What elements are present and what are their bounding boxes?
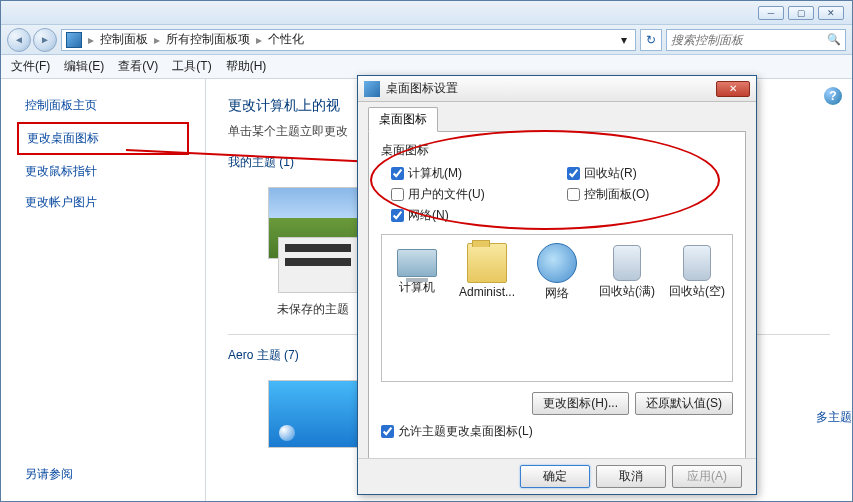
sidebar-change-mouse-pointers[interactable]: 更改鼠标指针 (25, 163, 181, 180)
check-recycle-input[interactable] (567, 167, 580, 180)
breadcrumb[interactable]: ▸ 控制面板 ▸ 所有控制面板项 ▸ 个性化 ▾ (61, 29, 636, 51)
theme-unsaved-label: 未保存的主题 (268, 301, 358, 318)
search-box[interactable]: 🔍 (666, 29, 846, 51)
group-label: 桌面图标 (381, 142, 733, 159)
theme-thumb-window (278, 237, 358, 293)
change-icon-button[interactable]: 更改图标(H)... (532, 392, 629, 415)
icon-preview-well: 计算机 Administ... 网络 回收站(满) 回收站(空) (381, 234, 733, 382)
dialog-close-button[interactable]: ✕ (716, 81, 750, 97)
apply-button[interactable]: 应用(A) (672, 465, 742, 488)
help-icon[interactable]: ? (824, 87, 842, 105)
check-userfiles-input[interactable] (391, 188, 404, 201)
check-user-files[interactable]: 用户的文件(U) (391, 186, 557, 203)
crumb-leaf[interactable]: 个性化 (268, 31, 304, 48)
ok-button[interactable]: 确定 (520, 465, 590, 488)
check-recycle-bin[interactable]: 回收站(R) (567, 165, 733, 182)
sidebar: 控制面板主页 更改桌面图标 更改鼠标指针 更改帐户图片 另请参阅 (1, 79, 206, 501)
check-network[interactable]: 网络(N) (391, 207, 557, 224)
minimize-button[interactable]: ─ (758, 6, 784, 20)
check-allow-theme[interactable]: 允许主题更改桌面图标(L) (381, 423, 733, 440)
nav-forward-button[interactable]: ► (33, 28, 57, 52)
dialog-footer: 确定 取消 应用(A) (358, 458, 756, 494)
check-control-panel[interactable]: 控制面板(O) (567, 186, 733, 203)
icon-recycle-full[interactable]: 回收站(满) (596, 243, 658, 302)
menu-tools[interactable]: 工具(T) (172, 58, 211, 75)
search-input[interactable] (671, 33, 823, 47)
cancel-button[interactable]: 取消 (596, 465, 666, 488)
tab-panel: 桌面图标 计算机(M) 回收站(R) 用户的文件(U) 控制面板(O) 网络(N… (368, 132, 746, 470)
menu-help[interactable]: 帮助(H) (226, 58, 267, 75)
tab-desktop-icons[interactable]: 桌面图标 (368, 107, 438, 132)
menu-view[interactable]: 查看(V) (118, 58, 158, 75)
nav-back-button[interactable]: ◄ (7, 28, 31, 52)
theme-unsaved[interactable]: 未保存的主题 (268, 187, 358, 318)
menu-file[interactable]: 文件(F) (11, 58, 50, 75)
sidebar-see-also[interactable]: 另请参阅 (25, 466, 181, 483)
sidebar-change-desktop-icons[interactable]: 更改桌面图标 (17, 122, 189, 155)
maximize-button[interactable]: ▢ (788, 6, 814, 20)
check-computer-input[interactable] (391, 167, 404, 180)
close-button[interactable]: ✕ (818, 6, 844, 20)
restore-defaults-button[interactable]: 还原默认值(S) (635, 392, 733, 415)
sidebar-home[interactable]: 控制面板主页 (25, 97, 181, 114)
crumb-root[interactable]: 控制面板 (100, 31, 148, 48)
check-network-input[interactable] (391, 209, 404, 222)
search-icon: 🔍 (827, 33, 841, 46)
theme-thumb-win7 (268, 380, 368, 448)
icon-network[interactable]: 网络 (526, 243, 588, 302)
window-titlebar: ─ ▢ ✕ (1, 1, 852, 25)
menu-edit[interactable]: 编辑(E) (64, 58, 104, 75)
dialog-icon (364, 81, 380, 97)
icon-computer[interactable]: 计算机 (386, 243, 448, 302)
checkbox-grid: 计算机(M) 回收站(R) 用户的文件(U) 控制面板(O) 网络(N) (391, 165, 733, 224)
check-allow-theme-input[interactable] (381, 425, 394, 438)
tab-strip: 桌面图标 (368, 108, 746, 132)
control-panel-icon (66, 32, 82, 48)
check-computer[interactable]: 计算机(M) (391, 165, 557, 182)
desktop-icon-settings-dialog: 桌面图标设置 ✕ 桌面图标 桌面图标 计算机(M) 回收站(R) 用户的文件(U… (357, 75, 757, 495)
dialog-titlebar: 桌面图标设置 ✕ (358, 76, 756, 102)
dialog-title: 桌面图标设置 (386, 80, 710, 97)
icon-administrator[interactable]: Administ... (456, 243, 518, 302)
sidebar-change-account-picture[interactable]: 更改帐户图片 (25, 194, 181, 211)
theme-aero-1[interactable] (268, 380, 368, 448)
crumb-mid[interactable]: 所有控制面板项 (166, 31, 250, 48)
check-ctrlpanel-input[interactable] (567, 188, 580, 201)
refresh-button[interactable]: ↻ (640, 29, 662, 51)
address-bar: ◄ ► ▸ 控制面板 ▸ 所有控制面板项 ▸ 个性化 ▾ ↻ 🔍 (1, 25, 852, 55)
icon-recycle-empty[interactable]: 回收站(空) (666, 243, 728, 302)
more-themes-link[interactable]: 多主题 (816, 409, 852, 426)
